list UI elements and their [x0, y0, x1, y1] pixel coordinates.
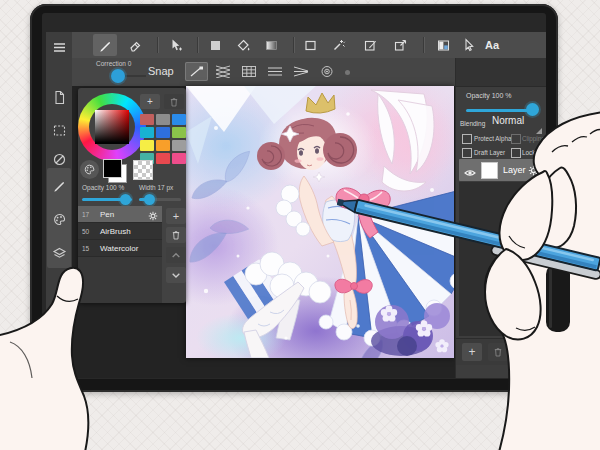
add-layer-button[interactable]: + — [462, 343, 482, 361]
color-swatch[interactable] — [172, 114, 186, 125]
snap-crosshatch-button[interactable] — [211, 62, 234, 81]
undo-icon[interactable] — [50, 343, 68, 361]
draft-layer-checkbox[interactable] — [462, 148, 472, 158]
delete-brush-button[interactable] — [166, 227, 186, 243]
transparent-color-swatch[interactable] — [133, 160, 153, 180]
color-swatch[interactable] — [140, 127, 154, 138]
brush-width-knob[interactable] — [144, 194, 155, 205]
redo-icon[interactable] — [50, 310, 68, 328]
layer-panel: Opacity 100 % Blending Normal Protect Al… — [455, 58, 546, 378]
layer-row[interactable]: Layer — [459, 159, 544, 181]
layer-thumbnail — [481, 162, 498, 179]
bucket-tool-button[interactable] — [231, 34, 255, 56]
plus-icon: + — [147, 97, 153, 107]
color-swatch[interactable] — [156, 140, 170, 151]
brush-row-airbrush[interactable]: 50 AirBrush — [78, 223, 162, 240]
delete-swatch-button[interactable] — [164, 94, 184, 109]
brush-color-panel: + Opacity 100 % Width 17 px 17 Pen — [78, 88, 186, 303]
correction-slider-knob[interactable] — [111, 69, 125, 83]
layer-panel-toolbar: + — [456, 338, 546, 365]
protect-alpha-label: Protect Alpha — [474, 135, 511, 142]
new-file-icon[interactable] — [50, 88, 68, 106]
magic-wand-tool-button[interactable] — [326, 34, 350, 56]
tablet-device: Aa Correction 0 Snap — [30, 4, 558, 392]
deselect-icon[interactable] — [50, 150, 68, 168]
plus-icon: + — [173, 211, 179, 222]
color-swatch[interactable] — [156, 114, 170, 125]
layer-opacity-knob[interactable] — [526, 103, 539, 116]
export-tool-button[interactable] — [388, 34, 412, 56]
color-swatch[interactable] — [140, 140, 154, 151]
edit-canvas-tool-button[interactable] — [358, 34, 382, 56]
move-brush-up-button[interactable] — [166, 247, 186, 263]
chevron-down-icon — [170, 270, 182, 280]
gradient-tool-button[interactable] — [259, 34, 283, 56]
add-swatch-button[interactable]: + — [140, 94, 160, 109]
move-brush-down-button[interactable] — [166, 267, 186, 283]
fill-select-tool-button[interactable] — [203, 34, 227, 56]
color-swatch[interactable] — [140, 114, 154, 125]
palette-button[interactable] — [80, 160, 99, 179]
layer-opacity-label: Opacity 100 % — [466, 92, 512, 99]
delete-layer-button[interactable] — [488, 343, 508, 361]
brush-name: Pen — [100, 210, 114, 219]
toolbar-separator — [293, 37, 294, 53]
trash-icon — [492, 346, 504, 358]
canvas-artboard[interactable] — [186, 86, 454, 358]
brush-size: 50 — [82, 228, 89, 235]
chevron-up-icon — [170, 250, 182, 260]
snap-settings-bar: Correction 0 Snap — [72, 58, 455, 87]
layer-name: Layer — [503, 165, 526, 175]
pen-tool-button[interactable] — [93, 34, 117, 56]
blending-dropdown[interactable]: Normal — [492, 115, 524, 126]
trash-icon — [168, 96, 180, 108]
layers-panel-icon[interactable] — [50, 244, 68, 262]
palette-swatches — [140, 114, 186, 164]
clipping-checkbox[interactable] — [511, 134, 521, 144]
color-swatch[interactable] — [156, 127, 170, 138]
brush-row-watercolor[interactable]: 15 Watercolor — [78, 240, 162, 257]
brush-size: 15 — [82, 245, 89, 252]
snap-radial-button[interactable] — [315, 62, 338, 81]
brush-width-label: Width 17 px — [139, 184, 173, 191]
hamburger-menu-icon[interactable] — [50, 38, 68, 56]
color-swatch[interactable] — [172, 140, 186, 151]
split-view-button[interactable] — [431, 34, 455, 56]
merge-layer-button[interactable] — [514, 343, 534, 361]
foreground-color-swatch[interactable] — [103, 159, 126, 182]
toolbar-separator — [423, 37, 424, 53]
snap-off-button[interactable] — [185, 62, 208, 81]
brush-opacity-knob[interactable] — [120, 194, 131, 205]
text-tool-label: Aa — [485, 39, 499, 51]
snap-grid-button[interactable] — [237, 62, 260, 81]
brush-row-pen[interactable]: 17 Pen — [78, 206, 162, 223]
brush-opacity-label: Opacity 100 % — [82, 184, 124, 191]
add-brush-button[interactable]: + — [166, 208, 186, 224]
left-toolbar-rail — [46, 32, 72, 378]
brush-name: AirBrush — [100, 227, 131, 236]
saturation-value-square[interactable] — [95, 110, 129, 144]
color-swatch[interactable] — [172, 127, 186, 138]
eraser-tool-button[interactable] — [123, 34, 147, 56]
snap-vanishing-button[interactable] — [289, 62, 312, 81]
correction-slider-track[interactable] — [122, 75, 146, 77]
color-swatch[interactable] — [156, 153, 170, 164]
cursor-tool-button[interactable] — [456, 34, 480, 56]
gear-icon[interactable] — [527, 163, 540, 181]
protect-alpha-checkbox[interactable] — [462, 134, 472, 144]
eye-icon[interactable] — [464, 164, 476, 182]
snap-label: Snap — [148, 65, 174, 77]
marquee-select-icon[interactable] — [50, 121, 68, 139]
lock-checkbox[interactable] — [511, 148, 521, 158]
text-tool-button[interactable]: Aa — [480, 34, 504, 56]
rect-select-tool-button[interactable] — [298, 34, 322, 56]
layer-panel-header — [456, 58, 546, 87]
snap-horizontal-button[interactable] — [263, 62, 286, 81]
move-tool-button[interactable] — [163, 34, 187, 56]
plus-icon: + — [468, 346, 475, 358]
palette-panel-icon[interactable] — [50, 210, 68, 228]
brush-panel-icon[interactable] — [50, 176, 68, 194]
color-swatch[interactable] — [172, 153, 186, 164]
rail-tool-group — [47, 168, 71, 268]
snap-bar-handle[interactable] — [345, 70, 350, 75]
